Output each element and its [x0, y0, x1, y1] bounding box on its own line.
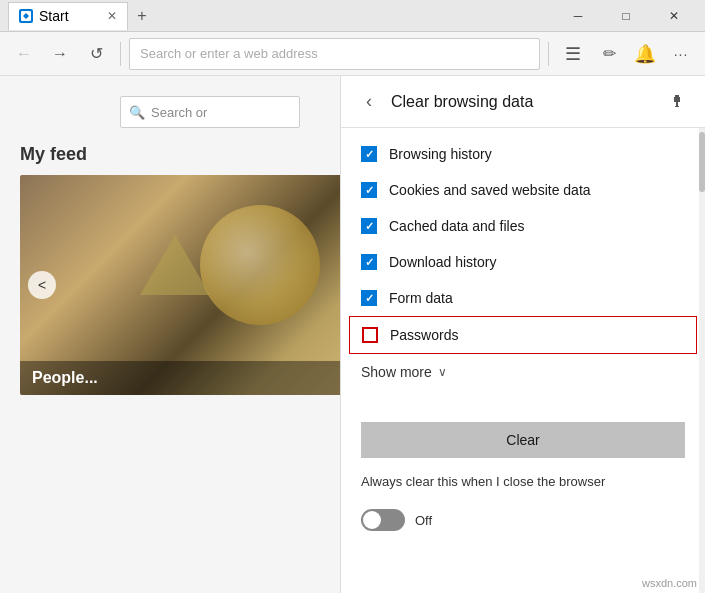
svg-rect-4 — [675, 106, 679, 107]
main-content: 🔍 Search or My feed < People... ‹ Clear … — [0, 76, 705, 593]
toolbar-separator-2 — [548, 42, 549, 66]
back-chevron-icon: ‹ — [366, 91, 372, 112]
spacer — [341, 390, 705, 406]
address-text: Search or enter a web address — [140, 46, 318, 61]
cookies-checkbox[interactable]: ✓ — [361, 182, 377, 198]
clear-section: Clear — [341, 406, 705, 474]
chevron-down-icon: ∨ — [438, 365, 447, 379]
cached-label: Cached data and files — [389, 218, 524, 234]
browsing-history-item[interactable]: ✓ Browsing history — [341, 136, 705, 172]
panel-title: Clear browsing data — [391, 93, 655, 111]
refresh-button[interactable]: ↺ — [80, 38, 112, 70]
toggle-section: Off — [341, 501, 705, 539]
svg-rect-1 — [675, 95, 679, 97]
feed-nav-left-button[interactable]: < — [28, 271, 56, 299]
feed-image: < People... — [20, 175, 360, 395]
tab-favicon — [19, 9, 33, 23]
clear-browsing-data-panel: ‹ Clear browsing data ✓ — [340, 76, 705, 593]
toolbar: ← → ↺ Search or enter a web address ☰ ✏ … — [0, 32, 705, 76]
pin-icon — [669, 94, 685, 110]
more-button[interactable]: ··· — [665, 38, 697, 70]
panel-header: ‹ Clear browsing data — [341, 76, 705, 128]
checkmark-icon: ✓ — [365, 256, 374, 269]
show-more-label: Show more — [361, 364, 432, 380]
always-clear-toggle[interactable] — [361, 509, 405, 531]
toggle-state-label: Off — [415, 513, 432, 528]
toolbar-right-buttons: ☰ ✏ 🔔 ··· — [557, 38, 697, 70]
download-history-label: Download history — [389, 254, 496, 270]
toggle-knob — [363, 511, 381, 529]
close-button[interactable]: ✕ — [651, 0, 697, 32]
panel-content: ✓ Browsing history ✓ Cookies and saved w… — [341, 128, 705, 593]
window-controls: ─ □ ✕ — [555, 0, 697, 32]
panel-scrollbar[interactable] — [699, 128, 705, 593]
markup-button[interactable]: ✏ — [593, 38, 625, 70]
checkmark-icon: ✓ — [365, 292, 374, 305]
form-data-label: Form data — [389, 290, 453, 306]
browsing-history-label: Browsing history — [389, 146, 492, 162]
back-button[interactable]: ← — [8, 38, 40, 70]
tab-label: Start — [39, 8, 69, 24]
maximize-button[interactable]: □ — [603, 0, 649, 32]
minimize-button[interactable]: ─ — [555, 0, 601, 32]
search-bar[interactable]: 🔍 Search or — [120, 96, 300, 128]
hub-button[interactable]: ☰ — [557, 38, 589, 70]
download-history-item[interactable]: ✓ Download history — [341, 244, 705, 280]
coin-decoration — [200, 205, 320, 325]
cookies-item[interactable]: ✓ Cookies and saved website data — [341, 172, 705, 208]
titlebar-tabs: Start ✕ + — [8, 2, 547, 30]
feed-image-caption: People... — [20, 361, 360, 395]
cookies-label: Cookies and saved website data — [389, 182, 591, 198]
clear-button[interactable]: Clear — [361, 422, 685, 458]
form-data-item[interactable]: ✓ Form data — [341, 280, 705, 316]
passwords-label: Passwords — [390, 327, 458, 343]
download-history-checkbox[interactable]: ✓ — [361, 254, 377, 270]
cached-checkbox[interactable]: ✓ — [361, 218, 377, 234]
show-more-button[interactable]: Show more ∨ — [341, 354, 705, 390]
titlebar: Start ✕ + ─ □ ✕ — [0, 0, 705, 32]
forward-button[interactable]: → — [44, 38, 76, 70]
checkmark-icon: ✓ — [365, 184, 374, 197]
tab-close-button[interactable]: ✕ — [107, 9, 117, 23]
toolbar-separator — [120, 42, 121, 66]
scrollbar-thumb[interactable] — [699, 132, 705, 192]
passwords-checkbox[interactable] — [362, 327, 378, 343]
tab-start[interactable]: Start ✕ — [8, 2, 128, 30]
search-placeholder: Search or — [151, 105, 207, 120]
panel-pin-button[interactable] — [665, 90, 689, 114]
passwords-item[interactable]: Passwords — [349, 316, 697, 354]
favorites-button[interactable]: 🔔 — [629, 38, 661, 70]
new-tab-button[interactable]: + — [128, 2, 156, 30]
svg-rect-2 — [674, 97, 680, 102]
watermark: wsxdn.com — [642, 577, 697, 589]
form-data-checkbox[interactable]: ✓ — [361, 290, 377, 306]
browsing-history-checkbox[interactable]: ✓ — [361, 146, 377, 162]
checkmark-icon: ✓ — [365, 148, 374, 161]
panel-back-button[interactable]: ‹ — [357, 90, 381, 114]
checkmark-icon: ✓ — [365, 220, 374, 233]
address-bar[interactable]: Search or enter a web address — [129, 38, 540, 70]
always-clear-label: Always clear this when I close the brows… — [341, 474, 705, 501]
search-icon: 🔍 — [129, 105, 145, 120]
cached-item[interactable]: ✓ Cached data and files — [341, 208, 705, 244]
